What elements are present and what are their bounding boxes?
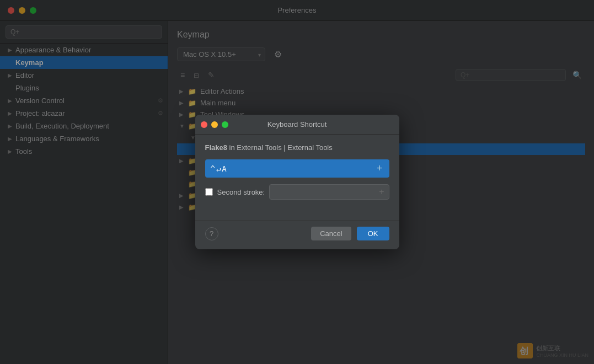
modal-titlebar: Keyboard Shortcut (195, 115, 399, 135)
modal-desc-flake8: Flake8 (205, 143, 227, 152)
shortcut-value: ^↵A (211, 164, 371, 173)
second-stroke-input[interactable] (274, 188, 374, 196)
modal-minimize-button[interactable] (211, 121, 218, 128)
second-stroke-input-box: + (269, 184, 389, 200)
modal-body: Flake8 in External Tools | External Tool… (195, 135, 399, 221)
help-button[interactable]: ? (205, 227, 218, 240)
modal-title: Keyboard Shortcut (267, 120, 327, 129)
modal-desc-suffix: External Tools (287, 143, 332, 152)
second-stroke-row: Second stroke: + (205, 184, 389, 200)
cancel-button[interactable]: Cancel (311, 227, 351, 240)
modal-maximize-button[interactable] (222, 121, 228, 128)
second-stroke-checkbox[interactable] (205, 188, 213, 196)
modal-desc-middle: in External Tools | (227, 143, 287, 152)
keyboard-shortcut-modal: Keyboard Shortcut Flake8 in External Too… (195, 115, 399, 249)
ok-button[interactable]: OK (357, 227, 389, 240)
second-stroke-plus-icon: + (379, 187, 384, 197)
modal-footer: ? Cancel OK (195, 221, 399, 249)
modal-description: Flake8 in External Tools | External Tool… (205, 143, 389, 152)
second-stroke-label: Second stroke: (217, 188, 265, 196)
modal-overlay: Keyboard Shortcut Flake8 in External Too… (0, 0, 594, 364)
shortcut-add-button[interactable]: + (376, 163, 384, 174)
modal-close-button[interactable] (201, 121, 207, 128)
shortcut-input-row[interactable]: ^↵A + (205, 159, 389, 178)
modal-traffic-lights (201, 121, 228, 128)
